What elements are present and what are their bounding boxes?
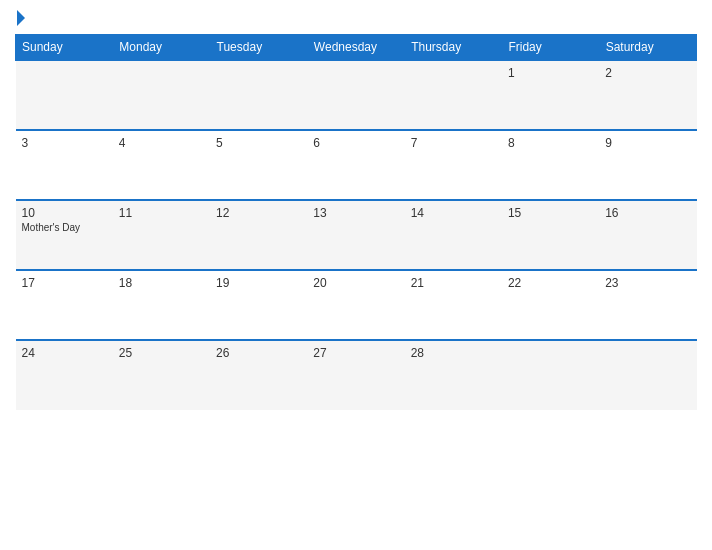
weekday-header-tuesday: Tuesday (210, 35, 307, 61)
calendar-cell: 7 (405, 130, 502, 200)
calendar-cell: 25 (113, 340, 210, 410)
day-number: 8 (508, 136, 593, 150)
calendar-cell: 2 (599, 60, 696, 130)
weekday-header-monday: Monday (113, 35, 210, 61)
weekday-header-friday: Friday (502, 35, 599, 61)
weekday-header-thursday: Thursday (405, 35, 502, 61)
day-number: 21 (411, 276, 496, 290)
calendar-cell: 28 (405, 340, 502, 410)
day-number: 24 (22, 346, 107, 360)
calendar-cell (405, 60, 502, 130)
calendar-cell: 5 (210, 130, 307, 200)
logo (15, 10, 25, 26)
weekday-header-sunday: Sunday (16, 35, 113, 61)
calendar-cell (599, 340, 696, 410)
calendar-cell: 16 (599, 200, 696, 270)
day-number: 26 (216, 346, 301, 360)
calendar-week-row: 10Mother's Day111213141516 (16, 200, 697, 270)
day-number: 18 (119, 276, 204, 290)
calendar-cell: 4 (113, 130, 210, 200)
calendar-cell: 3 (16, 130, 113, 200)
calendar-week-row: 17181920212223 (16, 270, 697, 340)
calendar-cell: 10Mother's Day (16, 200, 113, 270)
calendar-cell: 27 (307, 340, 404, 410)
calendar-cell: 24 (16, 340, 113, 410)
day-number: 11 (119, 206, 204, 220)
calendar-cell: 21 (405, 270, 502, 340)
calendar-cell: 11 (113, 200, 210, 270)
calendar-cell (210, 60, 307, 130)
calendar-cell (113, 60, 210, 130)
calendar-cell (502, 340, 599, 410)
day-number: 16 (605, 206, 690, 220)
weekday-header-wednesday: Wednesday (307, 35, 404, 61)
day-number: 17 (22, 276, 107, 290)
calendar-week-row: 3456789 (16, 130, 697, 200)
calendar-cell: 13 (307, 200, 404, 270)
calendar-cell (16, 60, 113, 130)
day-number: 22 (508, 276, 593, 290)
day-number: 9 (605, 136, 690, 150)
day-number: 15 (508, 206, 593, 220)
calendar-cell: 23 (599, 270, 696, 340)
calendar-cell: 18 (113, 270, 210, 340)
calendar-cell: 14 (405, 200, 502, 270)
logo-triangle-icon (17, 10, 25, 26)
day-number: 5 (216, 136, 301, 150)
calendar-header (15, 10, 697, 26)
calendar-cell: 15 (502, 200, 599, 270)
day-number: 4 (119, 136, 204, 150)
day-number: 1 (508, 66, 593, 80)
calendar-week-row: 2425262728 (16, 340, 697, 410)
day-event: Mother's Day (22, 222, 107, 233)
day-number: 13 (313, 206, 398, 220)
day-number: 3 (22, 136, 107, 150)
weekday-header-row: SundayMondayTuesdayWednesdayThursdayFrid… (16, 35, 697, 61)
day-number: 20 (313, 276, 398, 290)
calendar-cell: 8 (502, 130, 599, 200)
calendar-cell: 1 (502, 60, 599, 130)
calendar-cell: 6 (307, 130, 404, 200)
day-number: 2 (605, 66, 690, 80)
day-number: 14 (411, 206, 496, 220)
calendar-table: SundayMondayTuesdayWednesdayThursdayFrid… (15, 34, 697, 410)
weekday-header-saturday: Saturday (599, 35, 696, 61)
calendar-cell: 19 (210, 270, 307, 340)
day-number: 10 (22, 206, 107, 220)
day-number: 19 (216, 276, 301, 290)
calendar-cell: 9 (599, 130, 696, 200)
calendar-cell: 12 (210, 200, 307, 270)
calendar-cell: 17 (16, 270, 113, 340)
day-number: 12 (216, 206, 301, 220)
day-number: 23 (605, 276, 690, 290)
day-number: 7 (411, 136, 496, 150)
day-number: 27 (313, 346, 398, 360)
calendar-week-row: 12 (16, 60, 697, 130)
day-number: 25 (119, 346, 204, 360)
calendar-cell: 20 (307, 270, 404, 340)
calendar-cell: 22 (502, 270, 599, 340)
day-number: 28 (411, 346, 496, 360)
calendar-cell (307, 60, 404, 130)
calendar-cell: 26 (210, 340, 307, 410)
day-number: 6 (313, 136, 398, 150)
calendar-container: SundayMondayTuesdayWednesdayThursdayFrid… (0, 0, 712, 550)
